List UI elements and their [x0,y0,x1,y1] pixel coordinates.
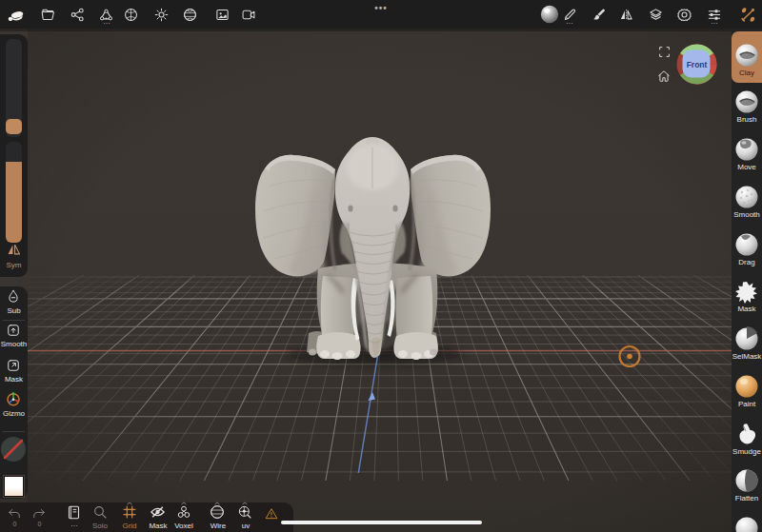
svg-text:Front: Front [687,60,708,69]
